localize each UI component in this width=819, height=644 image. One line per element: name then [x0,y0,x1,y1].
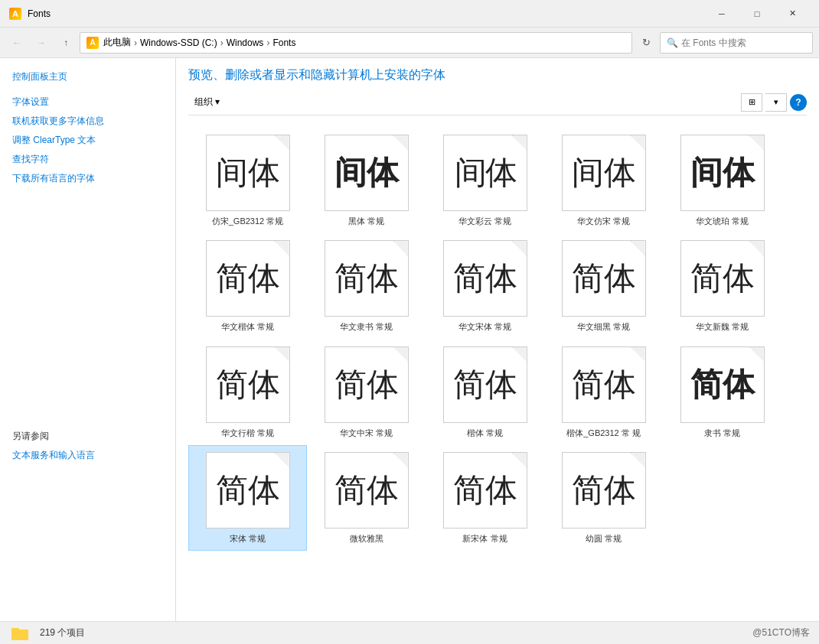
font-name: 华文中宋 常规 [340,428,393,438]
font-icon: 简体 [325,452,409,529]
up-button[interactable]: ↑ [55,32,77,54]
status-bar: 219 个项目 @51CTO博客 [0,621,819,644]
maximize-button[interactable]: □ [739,0,775,28]
font-char: 简体 [334,469,399,512]
font-char: 简体 [453,257,517,300]
window-controls: ─ □ ✕ [704,0,810,28]
font-char: 简体 [453,363,517,406]
close-button[interactable]: ✕ [775,0,810,28]
sidebar-link-find-char[interactable]: 查找字符 [0,150,175,169]
sidebar-link-online-fonts[interactable]: 联机获取更多字体信息 [0,112,175,131]
font-item[interactable]: 简体宋体 常规 [188,445,307,551]
address-bar: ← → ↑ A 此电脑 › Windows-SSD (C:) › Windows… [0,28,819,58]
refresh-button[interactable]: ↻ [635,32,657,54]
font-icon: 间体 [206,135,290,211]
font-char: 间体 [334,151,399,194]
font-item[interactable]: 简体楷体_GB2312 常 规 [544,340,663,445]
watermark: @51CTO博客 [752,626,810,639]
address-path[interactable]: A 此电脑 › Windows-SSD (C:) › Windows › Fon… [80,32,632,54]
font-name: 仿宋_GB2312 常规 [212,216,284,226]
font-char: 间体 [572,151,636,194]
search-box[interactable]: 🔍 [660,32,813,54]
font-name: 华文隶书 常规 [340,321,393,332]
font-item[interactable]: 间体华文彩云 常规 [426,128,544,233]
font-name: 华文新魏 常规 [696,321,749,332]
font-item[interactable]: 简体新宋体 常规 [426,445,544,551]
view-dropdown-button[interactable]: ▾ [765,93,787,112]
font-item[interactable]: 间体黑体 常规 [307,128,426,233]
font-char: 简体 [572,363,636,406]
font-icon: 间体 [325,135,409,211]
font-grid: 间体仿宋_GB2312 常规间体黑体 常规间体华文彩云 常规间体华文仿宋 常规间… [176,122,819,621]
font-icon: 简体 [680,346,765,423]
font-icon: 简体 [562,346,646,423]
font-name: 新宋体 常规 [462,533,507,544]
font-icon: 简体 [562,452,646,529]
status-folder-icon [9,623,31,644]
font-item[interactable]: 简体华文隶书 常规 [307,233,426,339]
minimize-button[interactable]: ─ [704,0,739,28]
font-name: 楷体 常规 [467,428,503,438]
content-area: 预览、删除或者显示和隐藏计算机上安装的字体 组织 ▾ ⊞ ▾ ? 间体仿宋_GB… [176,58,819,621]
font-item[interactable]: 简体华文新魏 常规 [663,233,781,339]
font-icon: 简体 [562,240,646,317]
font-item[interactable]: 简体幼圆 常规 [544,445,663,551]
content-header: 预览、删除或者显示和隐藏计算机上安装的字体 组织 ▾ ⊞ ▾ ? [176,58,819,122]
font-item[interactable]: 间体华文琥珀 常规 [663,128,781,233]
font-name: 华文宋体 常规 [458,321,511,332]
font-item[interactable]: 简体微软雅黑 [307,445,426,551]
breadcrumb-windows: Windows [227,37,264,48]
font-name: 华文仿宋 常规 [577,216,630,226]
back-button[interactable]: ← [6,32,28,54]
font-item[interactable]: 简体楷体 常规 [426,340,544,445]
font-name: 微软雅黑 [350,533,383,544]
sidebar-link-cleartype[interactable]: 调整 ClearType 文本 [0,131,175,150]
font-item[interactable]: 间体华文仿宋 常规 [544,128,663,233]
font-char: 简体 [572,469,636,512]
view-button[interactable]: ⊞ [741,93,762,112]
font-icon: 简体 [443,452,527,529]
font-char: 简体 [216,257,280,300]
breadcrumb-fonts: Fonts [272,37,295,48]
font-item[interactable]: 简体隶书 常规 [663,340,781,445]
font-name: 华文彩云 常规 [458,216,511,226]
forward-button[interactable]: → [31,32,52,54]
font-icon: 间体 [680,135,765,211]
font-name: 华文楷体 常规 [221,321,274,332]
help-button[interactable]: ? [790,94,807,111]
svg-rect-0 [11,629,28,640]
font-char: 简体 [572,257,636,300]
font-icon: 间体 [562,135,646,211]
also-see-title: 另请参阅 [0,418,175,446]
font-char: 简体 [334,363,399,406]
font-icon: 简体 [443,240,527,317]
font-char: 简体 [690,363,755,406]
app-icon: A [9,8,21,20]
organize-button[interactable]: 组织 ▾ [188,93,226,112]
search-icon: 🔍 [667,37,678,48]
font-name: 隶书 常规 [704,428,740,438]
svg-rect-1 [11,628,19,631]
font-item[interactable]: 简体华文中宋 常规 [307,340,426,445]
font-item[interactable]: 间体仿宋_GB2312 常规 [188,128,307,233]
font-name: 黑体 常规 [348,216,384,226]
sidebar-link-font-settings[interactable]: 字体设置 [0,93,175,112]
font-name: 幼圆 常规 [586,533,622,544]
font-char: 间体 [455,151,516,194]
sidebar-link-text-services[interactable]: 文本服务和输入语言 [0,446,175,465]
font-char: 简体 [216,363,280,406]
font-name: 华文行楷 常规 [221,428,274,438]
font-name: 华文琥珀 常规 [696,216,749,226]
font-item[interactable]: 简体华文行楷 常规 [188,340,307,445]
toolbar: 组织 ▾ ⊞ ▾ ? [188,89,807,115]
search-input[interactable] [681,37,806,48]
sidebar-link-download-fonts[interactable]: 下载所有语言的字体 [0,169,175,188]
item-count: 219 个项目 [40,626,85,639]
font-char: 简体 [690,257,755,300]
font-item[interactable]: 简体华文宋体 常规 [426,233,544,339]
font-char: 间体 [216,151,280,194]
font-icon: 简体 [325,240,409,317]
sidebar-link-main[interactable]: 控制面板主页 [0,67,175,86]
font-item[interactable]: 简体华文楷体 常规 [188,233,307,339]
font-item[interactable]: 简体华文细黑 常规 [544,233,663,339]
